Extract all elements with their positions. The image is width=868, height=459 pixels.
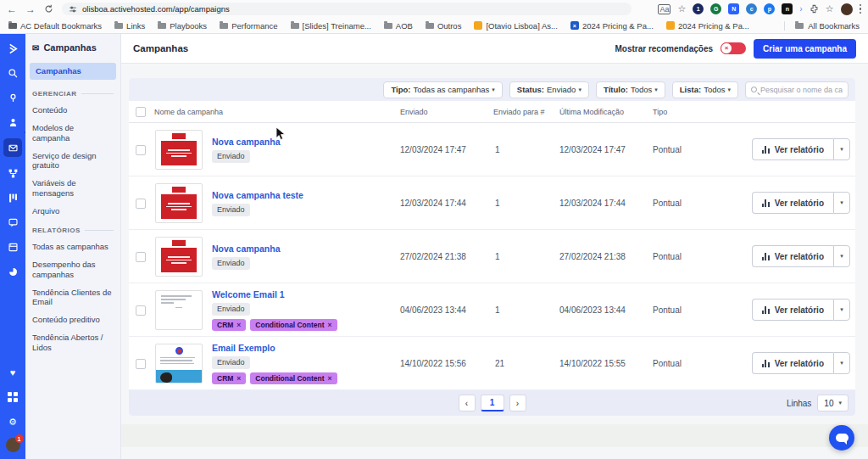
bookmark-item[interactable]: Outros [426,21,462,31]
bookmark-item[interactable]: AOB [384,21,413,31]
profile-avatar[interactable] [841,3,853,15]
extension-messenger-icon[interactable]: p [764,3,775,14]
extension-blue-square-icon[interactable]: N [728,3,739,14]
report-dropdown-button[interactable]: ▾ [833,299,850,321]
report-dropdown-button[interactable]: ▾ [833,138,850,160]
sidebar-item-tendencia-abertos[interactable]: Tendência Abertos / Lidos [32,333,114,353]
row-checkbox[interactable] [136,252,146,262]
bookmark-item[interactable]: Performance [220,21,277,31]
campaigns-icon[interactable] [3,138,22,157]
tag-remove-icon[interactable]: × [236,374,241,383]
sidebar-item-modelos[interactable]: Modelos de campanha [32,123,114,143]
sidebar-item-variaveis[interactable]: Variáveis de mensagens [32,178,114,199]
site-tracking-pin-icon[interactable] [3,89,22,106]
column-enviado-para[interactable]: Enviado para # [493,108,545,116]
row-checkbox[interactable] [136,359,146,369]
search-campaign-input[interactable] [760,86,843,94]
next-page-button[interactable]: › [509,395,526,411]
sidebar-item-servico-design[interactable]: Serviço de design gratuito [32,151,114,171]
campaign-thumbnail[interactable] [155,290,203,330]
campaign-name-link[interactable]: Nova campanha [212,137,281,147]
translate-icon[interactable]: Aa [658,4,670,14]
tag-crm[interactable]: CRM× [212,319,246,331]
sidepanel-arrow-icon[interactable]: › [799,4,802,14]
bookmark-star2-icon[interactable]: ☆ [826,4,834,14]
tag-remove-icon[interactable]: × [328,321,332,329]
tag-remove-icon[interactable]: × [328,374,332,383]
deals-pipeline-icon[interactable] [3,189,22,206]
bookmark-item[interactable]: × 2024 Pricing & Pa... [570,21,654,31]
report-dropdown-button[interactable]: ▾ [833,352,850,374]
current-page-button[interactable]: 1 [481,395,504,411]
campaign-name-link[interactable]: Email Exemplo [212,343,337,353]
sidebar-item-conteudo[interactable]: Conteúdo [32,105,114,115]
chrome-menu-icon[interactable] [860,4,862,14]
sidebar-item-conteudo-preditivo[interactable]: Conteúdo preditivo [32,315,114,325]
view-report-button[interactable]: Ver relatório [752,138,833,160]
search-campaign-box[interactable] [745,81,849,98]
sidebar-item-arquivo[interactable]: Arquivo [32,206,114,216]
sidebar-item-desempenho[interactable]: Desempenho das campanhas [32,260,114,280]
campaign-name-link[interactable]: Nova campanha [212,243,281,254]
bookmark-item[interactable]: AC Default Bookmarks [8,21,102,31]
campaign-thumbnail[interactable] [155,130,203,170]
tag-conditional-content[interactable]: Conditional Content× [250,319,337,331]
favorites-heart-icon[interactable]: ♥ [3,364,22,381]
conversations-icon[interactable] [3,214,22,231]
view-report-button[interactable]: Ver relatório [752,245,833,267]
rows-per-page-select[interactable]: 10 ▾ [817,395,849,411]
extension-teal-icon[interactable]: c [746,3,757,14]
view-report-button[interactable]: Ver relatório [752,299,833,321]
select-all-checkbox[interactable] [136,107,146,117]
reports-pie-icon[interactable] [3,263,22,280]
campaign-name-link[interactable]: Welcome Email 1 [212,289,337,299]
settings-gear-icon[interactable]: ⚙ [3,413,22,430]
all-bookmarks-button[interactable]: All Bookmarks [784,21,860,31]
tag-crm[interactable]: CRM× [212,372,246,384]
bookmark-item[interactable]: 2024 Pricing & Pa... [666,21,749,31]
view-report-button[interactable]: Ver relatório [752,192,833,214]
contacts-icon[interactable] [3,114,22,131]
extension-dark-icon[interactable]: n [782,3,793,14]
bookmark-star-icon[interactable]: ☆ [677,4,686,14]
automations-icon[interactable] [3,165,22,182]
campaign-name-link[interactable]: Nova campanha teste [212,190,303,200]
extension-1password-icon[interactable]: 1 [693,3,704,14]
search-icon[interactable] [3,64,22,81]
report-dropdown-button[interactable]: ▾ [833,245,850,267]
bookmark-item[interactable]: [Otavio Lisboa] As... [474,21,558,31]
filter-titulo[interactable]: Título:Todos ▾ [596,81,665,98]
extension-green-icon[interactable]: G [710,3,721,14]
bookmark-item[interactable]: Playbooks [158,21,207,31]
recommendations-toggle[interactable]: × [721,42,746,54]
url-bar[interactable]: olisboa.activehosted.com/app/campaigns [62,3,632,15]
create-campaign-button[interactable]: Criar uma campanha [754,39,856,59]
apps-grid-icon[interactable] [3,389,22,406]
column-tipo[interactable]: Tipo [653,108,667,116]
extensions-puzzle-icon[interactable] [810,2,819,17]
sidebar-item-campanhas[interactable]: Campanhas [30,63,116,80]
filter-status[interactable]: Status:Enviado ▾ [509,81,589,98]
column-nome[interactable]: Nome da campanha [154,108,223,116]
report-dropdown-button[interactable]: ▾ [833,192,850,214]
column-enviado[interactable]: Enviado [400,108,428,116]
view-report-button[interactable]: Ver relatório [752,352,833,374]
website-icon[interactable] [3,238,22,255]
row-checkbox[interactable] [136,305,146,316]
campaign-thumbnail[interactable] [155,183,203,223]
campaign-thumbnail[interactable] [155,237,203,277]
reload-icon[interactable] [44,2,53,17]
row-checkbox[interactable] [136,199,146,209]
site-settings-icon[interactable] [69,5,77,14]
row-checkbox[interactable] [136,145,146,155]
sidebar-item-todas-campanhas[interactable]: Todas as campanhas [32,242,114,252]
tag-remove-icon[interactable]: × [236,321,241,329]
chat-widget-button[interactable] [829,425,854,451]
account-avatar[interactable]: 1 [6,438,20,452]
prev-page-button[interactable]: ‹ [459,395,476,411]
filter-tipo[interactable]: Tipo:Todas as campanhas ▾ [383,81,502,98]
back-icon[interactable]: ← [7,4,17,14]
forward-icon[interactable]: → [25,4,36,14]
column-ultima-modificacao[interactable]: Última Modificação [559,108,624,116]
filter-lista[interactable]: Lista:Todos ▾ [672,81,738,98]
